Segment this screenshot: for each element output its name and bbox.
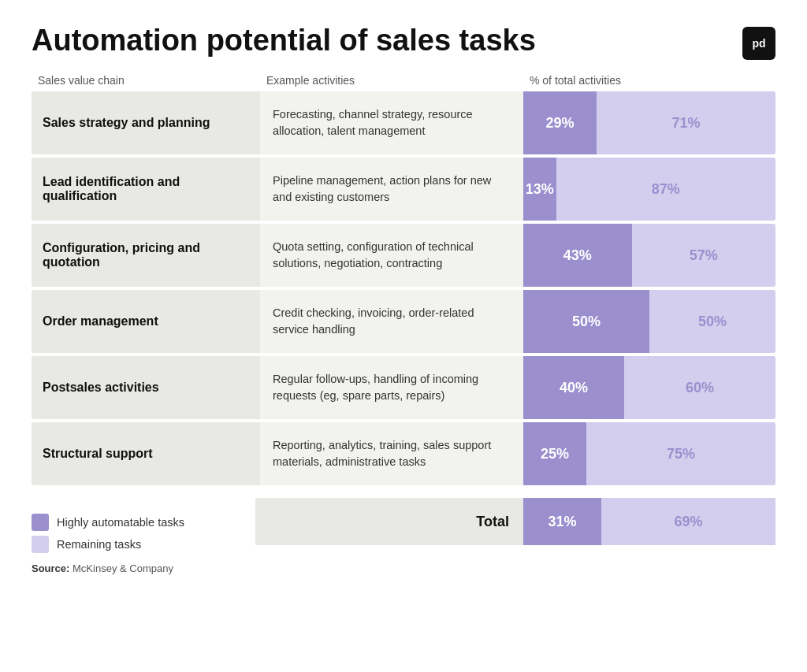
legend-light-label: Remaining tasks <box>57 538 141 551</box>
row-activities: Reporting, analytics, training, sales su… <box>260 422 523 485</box>
table-row: Postsales activitiesRegular follow-ups, … <box>32 356 775 419</box>
legend-swatch-dark <box>32 514 49 531</box>
source: Source: McKinsey & Company <box>32 561 184 575</box>
table-row: Sales strategy and planningForecasting, … <box>32 91 775 154</box>
row-bars: 40%60% <box>523 356 775 419</box>
col-header-1: Sales value chain <box>32 74 260 87</box>
bar-dark: 40% <box>523 356 624 419</box>
row-label: Configuration, pricing and quotation <box>32 224 260 287</box>
row-label: Postsales activities <box>32 356 260 419</box>
total-bar-dark: 31% <box>523 498 601 545</box>
bar-light: 50% <box>649 290 775 353</box>
table-row: Configuration, pricing and quotationQuot… <box>32 224 775 287</box>
total-bars: 31%69% <box>523 498 775 545</box>
bar-dark: 25% <box>523 422 586 485</box>
legend-swatch-light <box>32 536 49 553</box>
bar-light: 87% <box>556 158 775 221</box>
row-label: Order management <box>32 290 260 353</box>
bar-light: 71% <box>597 91 775 154</box>
row-label: Lead identification and qualification <box>32 158 260 221</box>
table-row: Order managementCredit checking, invoici… <box>32 290 775 353</box>
column-headers: Sales value chain Example activities % o… <box>32 74 775 87</box>
row-label: Sales strategy and planning <box>32 91 260 154</box>
table-row: Lead identification and qualificationPip… <box>32 158 775 221</box>
table-row: Structural supportReporting, analytics, … <box>32 422 775 485</box>
row-label: Structural support <box>32 422 260 485</box>
legend-dark: Highly automatable tasks <box>32 514 184 531</box>
bar-dark: 13% <box>523 158 556 221</box>
total-bar-light: 69% <box>601 498 775 545</box>
logo: pd <box>742 27 775 60</box>
row-activities: Pipeline management, action plans for ne… <box>260 158 523 221</box>
main-table: Sales strategy and planningForecasting, … <box>32 91 775 485</box>
row-activities: Credit checking, invoicing, order-relate… <box>260 290 523 353</box>
bar-dark: 29% <box>523 91 597 154</box>
row-activities: Forecasting, channel strategy, resource … <box>260 91 523 154</box>
total-label: Total <box>255 498 523 545</box>
page-title: Automation potential of sales tasks <box>32 24 536 58</box>
row-bars: 50%50% <box>523 290 775 353</box>
row-activities: Regular follow-ups, handling of incoming… <box>260 356 523 419</box>
bar-dark: 50% <box>523 290 649 353</box>
col-header-3: % of total activities <box>523 74 775 87</box>
bar-light: 60% <box>624 356 775 419</box>
bar-light: 75% <box>586 422 775 485</box>
row-bars: 29%71% <box>523 91 775 154</box>
legend-dark-label: Highly automatable tasks <box>57 516 184 529</box>
legend: Highly automatable tasks Remaining tasks <box>32 514 184 553</box>
bar-light: 57% <box>632 224 775 287</box>
row-activities: Quota setting, configuration of technica… <box>260 224 523 287</box>
row-bars: 43%57% <box>523 224 775 287</box>
col-header-2: Example activities <box>260 74 523 87</box>
row-bars: 25%75% <box>523 422 775 485</box>
legend-light: Remaining tasks <box>32 536 184 553</box>
bar-dark: 43% <box>523 224 632 287</box>
total-row: Total 31%69% <box>255 498 775 545</box>
header: Automation potential of sales tasks pd <box>32 24 775 60</box>
row-bars: 13%87% <box>523 158 775 221</box>
